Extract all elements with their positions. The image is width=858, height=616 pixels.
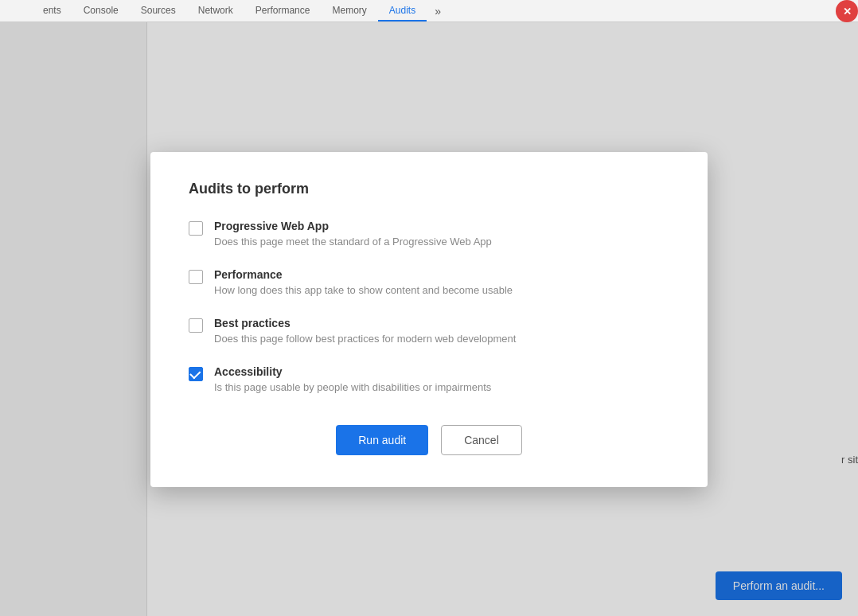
run-audit-button[interactable]: Run audit <box>336 425 428 455</box>
tab-network-label: Network <box>198 5 233 16</box>
best-practices-checkbox[interactable] <box>189 318 203 333</box>
audit-item-accessibility: Accessibility Is this page usable by peo… <box>189 365 669 393</box>
accessibility-checkbox-wrapper[interactable] <box>189 367 203 381</box>
performance-label: Performance <box>214 268 513 281</box>
devtools-tab-bar: ents Console Sources Network Performance… <box>0 0 858 22</box>
tab-audits[interactable]: Audits <box>378 0 427 21</box>
close-devtools-button[interactable]: ✕ <box>836 0 858 22</box>
tab-elements[interactable]: ents <box>32 0 72 21</box>
tab-sources[interactable]: Sources <box>130 0 187 21</box>
tab-performance[interactable]: Performance <box>244 0 322 21</box>
tabs-more-button[interactable]: » <box>427 5 449 18</box>
best-practices-description: Does this page follow best practices for… <box>214 333 516 345</box>
best-practices-text: Best practices Does this page follow bes… <box>214 317 516 345</box>
pwa-description: Does this page meet the standard of a Pr… <box>214 236 492 248</box>
tab-memory-label: Memory <box>332 5 366 16</box>
tab-memory[interactable]: Memory <box>321 0 377 21</box>
page-background: Perform an audit... r sit Audits to perf… <box>0 22 858 616</box>
accessibility-description: Is this page usable by people with disab… <box>214 381 491 393</box>
pwa-text: Progressive Web App Does this page meet … <box>214 220 492 248</box>
tab-performance-label: Performance <box>255 5 310 16</box>
pwa-checkbox[interactable] <box>189 221 203 236</box>
accessibility-text: Accessibility Is this page usable by peo… <box>214 365 491 393</box>
pwa-label: Progressive Web App <box>214 220 492 232</box>
cancel-button[interactable]: Cancel <box>441 425 522 455</box>
modal-backdrop: Audits to perform Progressive Web App Do… <box>0 22 858 616</box>
best-practices-label: Best practices <box>214 317 516 329</box>
performance-description: How long does this app take to show cont… <box>214 284 513 296</box>
modal-title: Audits to perform <box>189 181 669 197</box>
audit-item-best-practices: Best practices Does this page follow bes… <box>189 317 669 345</box>
accessibility-label: Accessibility <box>214 365 491 378</box>
accessibility-checkbox[interactable] <box>189 367 203 381</box>
pwa-checkbox-wrapper[interactable] <box>189 221 203 236</box>
tab-console[interactable]: Console <box>72 0 130 21</box>
modal-actions: Run audit Cancel <box>189 425 669 455</box>
best-practices-checkbox-wrapper[interactable] <box>189 318 203 333</box>
audits-modal: Audits to perform Progressive Web App Do… <box>150 152 708 487</box>
performance-checkbox[interactable] <box>189 270 203 284</box>
tab-audits-label: Audits <box>389 5 415 16</box>
tab-console-label: Console <box>84 5 119 16</box>
tab-network[interactable]: Network <box>187 0 244 21</box>
performance-text: Performance How long does this app take … <box>214 268 513 296</box>
audit-item-performance: Performance How long does this app take … <box>189 268 669 296</box>
performance-checkbox-wrapper[interactable] <box>189 270 203 284</box>
tab-elements-label: ents <box>43 5 61 16</box>
audit-item-pwa: Progressive Web App Does this page meet … <box>189 220 669 248</box>
tab-sources-label: Sources <box>141 5 176 16</box>
